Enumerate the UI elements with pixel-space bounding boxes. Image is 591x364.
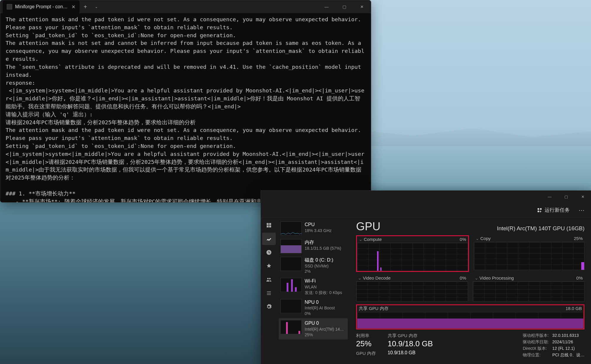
nav-details-icon[interactable]	[262, 287, 276, 299]
mem-thumb	[280, 239, 302, 253]
gpu-name: GPU 0	[305, 320, 346, 327]
mem-stats: 18.1/31.5 GB (57%)	[305, 246, 346, 251]
nav-services-icon[interactable]	[262, 301, 276, 313]
list-item-wifi[interactable]: Wi-FiWLAN发送: 0 接收: 0 Kbps	[279, 276, 348, 297]
close-window-button[interactable]: ✕	[353, 0, 371, 13]
loc-label: 物理位置:	[523, 352, 549, 358]
list-item-cpu[interactable]: CPU18% 3.43 GHz	[279, 220, 348, 237]
maximize-button[interactable]: ▢	[558, 191, 574, 203]
terminal-titlebar[interactable]: Miniforge Prompt - conda act ✕ + ⌄ — ▢ ✕	[0, 0, 371, 13]
terminal-text: The attention mask and the pad token id …	[6, 16, 364, 202]
detail-title: GPU	[356, 220, 380, 233]
nav-performance-icon[interactable]	[262, 233, 276, 245]
gpumem-value: 10.9/18.0 GB	[388, 350, 433, 355]
npu-name: NPU 0	[305, 299, 346, 306]
nav-history-icon[interactable]	[262, 246, 276, 259]
terminal-tab-title: Miniforge Prompt - conda act	[15, 4, 69, 9]
disk-sub1: SSD (NVMe)	[305, 263, 346, 269]
minimize-button[interactable]: —	[541, 191, 558, 203]
run-new-task-label: 运行新任务	[545, 207, 570, 213]
list-item-gpu[interactable]: GPU 0Intel(R) Arc(TM) 140T…25%	[279, 318, 348, 339]
list-item-disk[interactable]: 磁盘 0 (C: D:)SSD (NVMe)2%	[279, 255, 348, 276]
nav-startup-icon[interactable]	[262, 260, 276, 272]
copy-chart[interactable]: ⌄Copy25%	[474, 235, 585, 272]
detail-subtitle: Intel(R) Arc(TM) 140T GPU (16GB)	[497, 225, 584, 232]
gpu-sub1: Intel(R) Arc(TM) 140T…	[305, 327, 346, 332]
gpu-thumb	[280, 320, 302, 334]
video-decode-chart[interactable]: ⌄Video Decode0%	[356, 275, 468, 301]
vd-label: Video Decode	[363, 275, 391, 280]
minimize-button[interactable]: —	[318, 0, 335, 13]
vp-label: Video Processing	[480, 275, 514, 280]
terminal-window: Miniforge Prompt - conda act ✕ + ⌄ — ▢ ✕…	[0, 0, 371, 203]
task-manager-window: — ▢ ✕ 运行新任务 ⋯ CPU18% 3.43 GHz 内存18	[261, 190, 591, 364]
list-item-npu[interactable]: NPU 0Intel(R) AI Boost0%	[279, 297, 348, 318]
terminal-tab[interactable]: Miniforge Prompt - conda act ✕	[3, 0, 79, 13]
compute-label: Compute	[364, 237, 382, 242]
shared-label: 共享 GPU 内存	[388, 333, 433, 339]
taskmgr-nav	[261, 218, 277, 364]
npu-sub1: Intel(R) AI Boost	[305, 305, 346, 311]
more-options-button[interactable]: ⋯	[576, 204, 587, 216]
cpu-name: CPU	[305, 221, 346, 228]
shared-mem-label: 共享 GPU 内存	[359, 306, 389, 311]
nav-users-icon[interactable]	[262, 273, 276, 286]
vp-pct: 0%	[576, 275, 583, 281]
wifi-thumb	[280, 278, 302, 292]
gpu-detail-panel: GPU Intel(R) Arc(TM) 140T GPU (16GB) ⌄Co…	[350, 218, 591, 364]
cpu-stats: 18% 3.43 GHz	[305, 228, 346, 234]
copy-label: Copy	[480, 236, 491, 241]
copy-pct: 25%	[574, 236, 583, 241]
close-tab-icon[interactable]: ✕	[72, 4, 75, 10]
wifi-sub2: 发送: 0 接收: 0 Kbps	[305, 290, 346, 296]
close-window-button[interactable]: ✕	[574, 191, 591, 203]
mem-name: 内存	[305, 239, 346, 246]
util-value: 25%	[356, 339, 376, 348]
disk-sub2: 2%	[305, 269, 346, 274]
disk-name: 磁盘 0 (C: D:)	[305, 257, 346, 263]
taskmgr-titlebar[interactable]: — ▢ ✕	[261, 191, 591, 203]
wifi-name: Wi-Fi	[305, 278, 346, 284]
video-processing-chart[interactable]: ⌄Video Processing0%	[473, 275, 585, 301]
terminal-output[interactable]: The attention mask and the pad token id …	[0, 13, 371, 202]
dx-value: 12 (FL 12.1)	[552, 346, 584, 351]
dx-label: DirectX 版本:	[523, 346, 549, 351]
taskmgr-toolbar: 运行新任务 ⋯	[261, 203, 591, 218]
drv-ver: 32.0.101.6313	[552, 333, 584, 338]
gpu-stats: 利用率25%GPU 内存 共享 GPU 内存10.9/18.0 GB10.9/1…	[356, 333, 584, 358]
loc-value: PCI 总线 0、设…	[552, 352, 584, 358]
disk-thumb	[280, 257, 302, 271]
gpu-sub2: 25%	[305, 332, 346, 338]
terminal-icon	[7, 4, 12, 9]
cpu-thumb	[280, 221, 302, 236]
compute-chart[interactable]: ⌄Compute0%	[356, 235, 469, 272]
compute-pct: 0%	[460, 237, 466, 242]
gpumem-label: GPU 内存	[356, 351, 376, 356]
run-new-task-button[interactable]: 运行新任务	[533, 204, 573, 216]
nav-processes-icon[interactable]	[262, 219, 276, 231]
tab-dropdown-icon[interactable]: ⌄	[91, 5, 101, 9]
new-tab-button[interactable]: +	[79, 4, 91, 10]
shared-mem-max: 18.0 GB	[566, 306, 582, 311]
drv-date-label: 驱动程序日期:	[523, 339, 549, 345]
shared-value: 10.9/18.0 GB	[388, 339, 433, 348]
list-item-memory[interactable]: 内存18.1/31.5 GB (57%)	[279, 237, 348, 255]
wifi-sub1: WLAN	[305, 284, 346, 290]
vd-pct: 0%	[460, 275, 466, 281]
util-label: 利用率	[356, 333, 376, 339]
resource-list: CPU18% 3.43 GHz 内存18.1/31.5 GB (57%) 磁盘 …	[277, 218, 350, 364]
npu-sub2: 0%	[305, 311, 346, 316]
shared-gpu-memory-chart[interactable]: 共享 GPU 内存18.0 GB	[356, 304, 584, 329]
maximize-button[interactable]: ▢	[335, 0, 353, 13]
drv-ver-label: 驱动程序版本:	[523, 333, 549, 338]
npu-thumb	[280, 299, 302, 313]
run-task-icon	[537, 208, 542, 213]
drv-date: 2024/11/26	[552, 339, 584, 345]
